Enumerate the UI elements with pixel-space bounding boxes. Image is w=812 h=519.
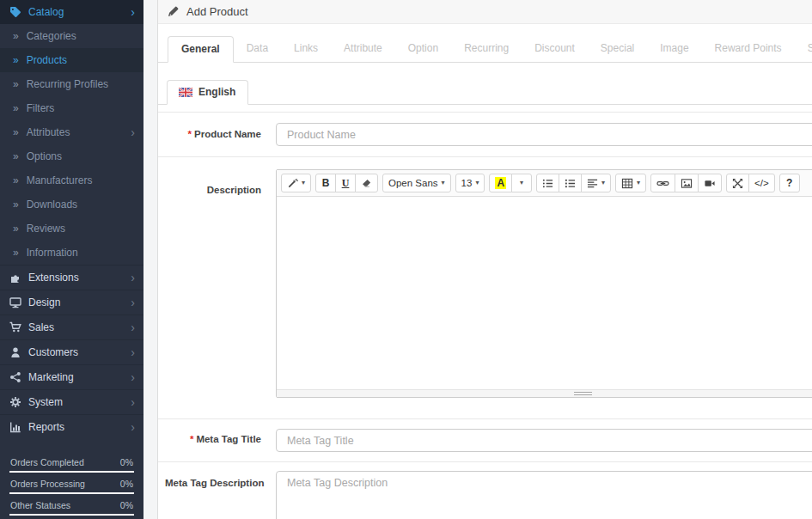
sidebar-item-sales[interactable]: Sales ›: [0, 314, 143, 339]
eraser-icon: [361, 178, 372, 189]
sidebar-item-catalog[interactable]: Catalog ›: [0, 0, 143, 24]
main-content: Add Product General Data Links Attribute…: [143, 0, 812, 519]
sidebar-item-label: Catalog: [28, 6, 64, 18]
fullscreen-button[interactable]: [726, 174, 749, 192]
paragraph-align-button[interactable]: ▾: [581, 174, 611, 192]
ordered-list-button[interactable]: [559, 174, 582, 192]
required-mark: *: [188, 129, 192, 139]
magic-style-button[interactable]: ▾: [281, 174, 311, 192]
tab-general-content: English *Product Name: [158, 63, 812, 519]
tab-attribute[interactable]: Attribute: [331, 36, 395, 63]
product-name-input[interactable]: [276, 123, 812, 146]
double-angle-icon: »: [13, 102, 19, 114]
meta-title-input[interactable]: [276, 429, 812, 452]
video-button[interactable]: [698, 174, 722, 192]
form-row-meta-description: Meta Tag Description: [158, 462, 812, 519]
font-color-button[interactable]: A: [489, 174, 512, 192]
general-form: *Product Name Description: [158, 112, 812, 519]
sidebar-item-products[interactable]: »Products: [0, 48, 143, 72]
sidebar-item-manufacturers[interactable]: »Manufacturers: [0, 168, 143, 192]
progress-bar: [9, 514, 134, 516]
tab-links[interactable]: Links: [281, 36, 331, 63]
sidebar-item-marketing[interactable]: Marketing ›: [0, 364, 143, 389]
double-angle-icon: »: [13, 30, 19, 42]
clear-formatting-button[interactable]: [355, 174, 378, 192]
sidebar-item-filters[interactable]: »Filters: [0, 96, 143, 120]
align-left-icon: [587, 178, 598, 189]
language-tabs: English: [158, 80, 812, 105]
progress-bar: [9, 471, 134, 473]
sidebar-item-attributes[interactable]: »Attributes›: [0, 120, 143, 144]
double-angle-icon: »: [13, 54, 19, 66]
numbered-list-icon: [565, 178, 576, 189]
font-size-button[interactable]: 13▾: [455, 174, 485, 192]
tab-recurring[interactable]: Recurring: [451, 36, 522, 63]
product-name-label: *Product Name: [165, 123, 261, 146]
meta-description-textarea[interactable]: [276, 471, 812, 519]
sidebar-item-recurring-profiles[interactable]: »Recurring Profiles: [0, 72, 143, 96]
chevron-right-icon: ›: [131, 6, 135, 18]
stat-value: 0%: [120, 457, 133, 467]
bar-chart-icon: [9, 421, 21, 433]
chevron-right-icon: ›: [131, 396, 135, 408]
sidebar-item-customers[interactable]: Customers ›: [0, 339, 143, 364]
description-edit-area[interactable]: [277, 197, 812, 389]
tab-option[interactable]: Option: [395, 36, 451, 63]
stat-orders-processing: Orders Processing0%: [9, 475, 134, 494]
stat-orders-completed: Orders Completed0%: [9, 454, 134, 473]
sidebar-item-system[interactable]: System ›: [0, 389, 143, 414]
tab-image[interactable]: Image: [647, 36, 701, 63]
tab-seo[interactable]: SEO: [795, 36, 812, 63]
double-angle-icon: »: [13, 78, 19, 90]
stat-other-statuses: Other Statuses0%: [9, 497, 134, 516]
font-family-button[interactable]: Open Sans▾: [382, 174, 451, 192]
tab-special[interactable]: Special: [588, 36, 647, 63]
tab-language-english[interactable]: English: [167, 80, 248, 105]
pencil-icon: [168, 6, 179, 17]
sidebar-item-extensions[interactable]: Extensions ›: [0, 265, 143, 290]
editor-resize-handle[interactable]: [574, 392, 592, 395]
form-row-meta-title: *Meta Tag Title: [158, 419, 812, 462]
sidebar: Catalog › »Categories »Products »Recurri…: [0, 0, 143, 519]
form-row-product-name: *Product Name: [158, 113, 812, 157]
link-button[interactable]: [650, 174, 675, 192]
sidebar-item-reviews[interactable]: »Reviews: [0, 217, 143, 241]
code-view-button[interactable]: </>: [748, 174, 775, 192]
double-angle-icon: »: [13, 150, 19, 162]
sidebar-item-information[interactable]: »Information: [0, 241, 143, 265]
chevron-right-icon: ›: [131, 421, 135, 433]
tab-data[interactable]: Data: [234, 36, 281, 63]
chevron-right-icon: ›: [131, 296, 135, 308]
bold-button[interactable]: B: [315, 174, 336, 192]
bullet-list-icon: [542, 178, 553, 189]
underline-button[interactable]: U: [335, 174, 356, 192]
sidebar-item-downloads[interactable]: »Downloads: [0, 192, 143, 217]
sidebar-item-options[interactable]: »Options: [0, 144, 143, 168]
sidebar-item-categories[interactable]: »Categories: [0, 24, 143, 48]
description-editor: ▾ B U: [276, 169, 812, 398]
image-button[interactable]: [675, 174, 699, 192]
tab-general[interactable]: General: [168, 36, 234, 63]
description-label: Description: [165, 169, 261, 398]
meta-title-label: *Meta Tag Title: [165, 429, 261, 452]
unordered-list-button[interactable]: [536, 174, 559, 192]
editor-toolbar: ▾ B U: [277, 170, 812, 197]
editor-statusbar: [277, 389, 812, 397]
user-icon: [9, 346, 21, 358]
chevron-right-icon: ›: [131, 371, 135, 383]
stat-value: 0%: [120, 500, 133, 510]
sidebar-item-design[interactable]: Design ›: [0, 290, 143, 314]
tab-discount[interactable]: Discount: [522, 36, 588, 63]
chevron-right-icon: ›: [131, 346, 135, 358]
video-icon: [704, 178, 716, 189]
double-angle-icon: »: [13, 126, 19, 138]
tab-reward-points[interactable]: Reward Points: [702, 36, 795, 63]
monitor-icon: [9, 296, 21, 308]
font-color-dropdown-button[interactable]: ▾: [511, 174, 532, 192]
image-icon: [681, 178, 693, 189]
sidebar-item-reports[interactable]: Reports ›: [0, 414, 143, 439]
fullscreen-icon: [732, 178, 743, 189]
chevron-right-icon: ›: [131, 272, 135, 284]
table-button[interactable]: ▾: [615, 174, 646, 192]
help-button[interactable]: ?: [779, 174, 800, 192]
